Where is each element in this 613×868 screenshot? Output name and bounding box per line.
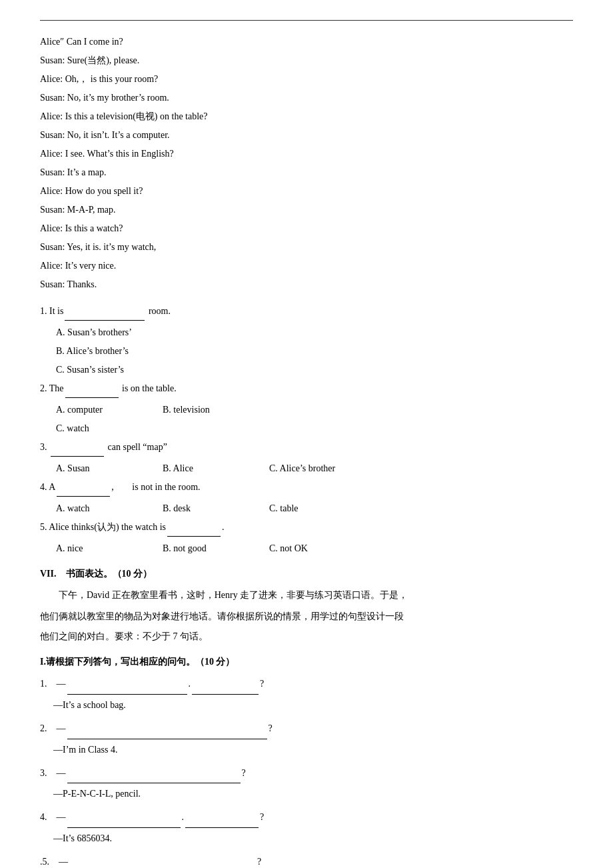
section-VII: VII. 书面表达。（10 分） 下午，David 正在教室里看书，这时，Hen… — [40, 565, 573, 646]
fill-q1: 1. —.? — [40, 674, 573, 695]
q2-options-row1: A. computer B. television — [56, 401, 573, 419]
q1-option-b: B. Alice’s brother’s — [56, 342, 573, 361]
section-I: I.请根据下列答句，写出相应的问句。（10 分） 1. —.? —It’s a … — [40, 653, 573, 868]
question-5: 5. Alice thinks(认为) the watch is. — [40, 518, 573, 537]
section-VII-intro3: 他们之间的对白。要求：不少于 7 句话。 — [40, 627, 573, 646]
section-VII-intro1: 下午，David 正在教室里看书，这时，Henry 走了进来，非要与练习英语口语… — [40, 586, 573, 605]
dialogue-line-7: Alice: I see. What’s this in English? — [40, 145, 573, 163]
question-1: 1. It is room. — [40, 302, 573, 321]
fill-q4: 4. —.? — [40, 807, 573, 828]
fill-a1: —It’s a school bag. — [53, 696, 573, 715]
dialogue-line-9: Alice: How do you spell it? — [40, 182, 573, 201]
dialogue-line-8: Susan: It’s a map. — [40, 163, 573, 182]
dialogue-line-13: Alice: It’s very nice. — [40, 257, 573, 275]
dialogue-line-3: Alice: Oh,， is this your room? — [40, 70, 573, 89]
page-container: Alice″ Can I come in? Susan: Sure(当然), p… — [0, 0, 613, 868]
section-VII-header: VII. 书面表达。（10 分） — [40, 565, 573, 583]
question-3: 3. can spell “map” — [40, 438, 573, 457]
fill-a2: —I’m in Class 4. — [53, 741, 573, 759]
blank-q2 — [65, 397, 119, 398]
dialogue-line-1: Alice″ Can I come in? — [40, 33, 573, 51]
section-I-header: I.请根据下列答句，写出相应的问句。（10 分） — [40, 653, 573, 671]
q1-option-c: C. Susan’s sister’s — [56, 361, 573, 379]
dialogue-section: Alice″ Can I come in? Susan: Sure(当然), p… — [40, 33, 573, 294]
dialogue-line-4: Susan: No, it’s my brother’s room. — [40, 89, 573, 107]
fill-q5: .5. —? — [40, 852, 573, 868]
blank-q3 — [51, 456, 104, 457]
q1-options: A. Susan’s brothers’ B. Alice’s brother’… — [56, 323, 573, 379]
fill-q3: 3. —? — [40, 763, 573, 784]
dialogue-line-10: Susan: M-A-P, map. — [40, 201, 573, 219]
section-VII-intro2: 他们俩就以教室里的物品为对象进行地话。请你根据所说的情景，用学过的句型设计一段 — [40, 607, 573, 626]
dialogue-line-12: Susan: Yes, it is. it’s my watch, — [40, 238, 573, 257]
dialogue-line-2: Susan: Sure(当然), please. — [40, 51, 573, 70]
q2-option-c: C. watch — [56, 419, 573, 438]
q4-options: A. watch B. desk C. table — [56, 499, 573, 518]
dialogue-line-6: Susan: No, it isn’t. It’s a computer. — [40, 126, 573, 145]
top-divider — [40, 20, 573, 21]
fill-a4: —It’s 6856034. — [53, 829, 573, 848]
q2-options: A. computer B. television C. watch — [56, 401, 573, 438]
q3-options: A. Susan B. Alice C. Alice’s brother — [56, 459, 573, 478]
dialogue-line-11: Alice: Is this a watch? — [40, 219, 573, 238]
blank-q5 — [167, 536, 221, 537]
fill-q2: 2. —? — [40, 719, 573, 739]
q5-options: A. nice B. not good C. not OK — [56, 539, 573, 558]
q1-option-a: A. Susan’s brothers’ — [56, 323, 573, 342]
questions-section: 1. It is room. A. Susan’s brothers’ B. A… — [40, 302, 573, 558]
question-4: 4. A, is not in the room. — [40, 478, 573, 497]
dialogue-line-5: Alice: Is this a television(电视) on the t… — [40, 107, 573, 126]
blank-q4a — [57, 496, 110, 497]
fill-a3: —P-E-N-C-I-L, pencil. — [53, 785, 573, 803]
dialogue-line-14: Susan: Thanks. — [40, 275, 573, 294]
question-2: 2. The is on the table. — [40, 379, 573, 398]
blank-q1 — [65, 320, 145, 321]
